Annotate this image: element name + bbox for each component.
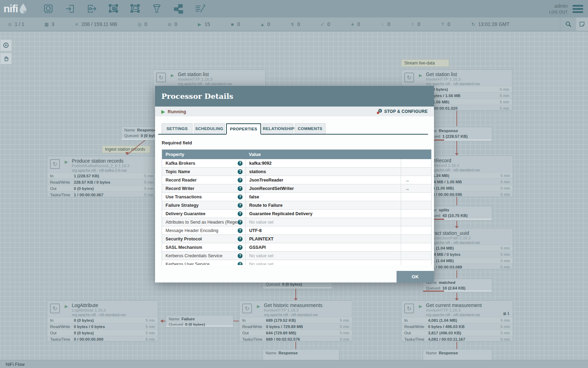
panel-icon xyxy=(579,21,585,27)
processor-nar: org.apache.nifi - nifi-standard-nar xyxy=(426,313,480,317)
navigate-palette-button[interactable] xyxy=(0,39,12,51)
help-icon[interactable]: ? xyxy=(238,178,243,183)
processor-nar: org.apache.nifi - nifi-standard-nar xyxy=(426,168,480,172)
disabled-count: 0 xyxy=(298,21,300,27)
stopped-count: 0 xyxy=(237,21,240,27)
remote-process-group-icon[interactable] xyxy=(129,3,141,15)
status-queued: ≡208 / 159.11 MB xyxy=(74,21,117,27)
remote-transmitting-count: 0 xyxy=(145,21,147,27)
processor-get-current-measurement[interactable]: ↻ ▶ Get current measurement InvokeHTTP 1… xyxy=(401,300,513,342)
queued-count: 208 / 159.11 MB xyxy=(82,21,117,27)
search-icon xyxy=(565,21,572,27)
help-icon[interactable]: ? xyxy=(238,161,243,166)
property-row[interactable]: Kafka Brokers?kafka:9092 xyxy=(162,159,431,168)
remote-transmitting-icon: ◎ xyxy=(137,22,142,27)
running-icon: ▶ xyxy=(171,73,174,78)
output-port-icon[interactable] xyxy=(86,3,98,15)
property-row[interactable]: Record Reader?JsonTreeReader→ xyxy=(162,176,431,184)
birdseye-toggle-button[interactable] xyxy=(576,18,588,31)
search-button[interactable] xyxy=(560,18,576,31)
nifi-drop-icon xyxy=(19,3,28,14)
refresh-icon[interactable]: ↻ xyxy=(470,22,476,27)
processor-get-historic-measurements[interactable]: ↻ ▶ Get historic measurements InvokeHTTP… xyxy=(239,300,352,342)
status-sync-failure: ?0 xyxy=(440,21,450,27)
help-icon[interactable]: ? xyxy=(238,237,243,241)
help-icon[interactable]: ? xyxy=(238,186,243,191)
process-group-icon[interactable] xyxy=(107,3,119,15)
operate-palette-button[interactable] xyxy=(0,53,12,64)
processor-title: Get current measurement xyxy=(426,302,482,308)
help-icon[interactable]: ? xyxy=(238,220,243,225)
nifi-logo: nifi xyxy=(4,3,28,15)
column-value: Value xyxy=(245,152,431,157)
property-row[interactable]: Kerberos Credentials Service?No value se… xyxy=(162,252,431,260)
locally-modified-count: 0 xyxy=(357,21,360,27)
status-active-threads: ⊙1 / 1 xyxy=(7,21,24,27)
processor-title: LogAttribute xyxy=(72,302,98,308)
logout-link[interactable]: LOG OUT xyxy=(549,10,568,14)
processor-icon[interactable] xyxy=(42,3,54,15)
processor-stat-row: Out0 (0 bytes)5 min xyxy=(47,329,158,336)
property-row[interactable]: Message Header Encoding?UTF-8 xyxy=(162,226,431,235)
processor-type-icon: ↻ xyxy=(50,304,60,313)
property-row[interactable]: Attributes to Send as Headers (Regex)?No… xyxy=(162,218,431,226)
tab-scheduling[interactable]: SCHEDULING xyxy=(194,123,225,134)
stop-configure-icon: ⚙ xyxy=(377,109,383,114)
input-port-icon[interactable] xyxy=(64,3,76,15)
help-icon[interactable]: ? xyxy=(238,203,243,208)
property-row[interactable]: Record Writer?JsonRecordSetWriter→ xyxy=(162,184,431,193)
locally-modified-icon: ∗ xyxy=(350,22,355,27)
status-disabled: ↯0 xyxy=(290,21,300,27)
processor-title: Get historic measurements xyxy=(264,302,322,308)
last-refresh: ↻ 13:01:28 GMT xyxy=(470,21,510,27)
processor-stat-row: Read/Write228.57 KB / 0 bytes5 min xyxy=(47,179,156,185)
sync-failure-count: 0 xyxy=(448,21,450,27)
property-row[interactable]: Kerberos User Service?No value set xyxy=(162,260,431,265)
tab-relationships[interactable]: RELATIONSHIPS xyxy=(262,123,293,134)
flow-status-bar: ⊙1 / 1▦3≡208 / 159.11 MB◎0⊘0▶15■0▲0↯0✓0∗… xyxy=(0,18,588,32)
property-row[interactable]: SASL Mechanism?GSSAPI xyxy=(162,243,431,252)
sync-failure-icon: ? xyxy=(440,22,446,27)
help-icon[interactable]: ? xyxy=(238,228,243,233)
tab-settings[interactable]: SETTINGS xyxy=(162,123,192,134)
help-icon[interactable]: ? xyxy=(238,195,243,199)
remote-not-transmitting-icon: ⊘ xyxy=(167,22,173,27)
processor-stat-row: Tasks/Time0 / 00:00:00.0005 min xyxy=(47,336,158,342)
help-icon[interactable]: ? xyxy=(238,262,243,265)
funnel-icon[interactable] xyxy=(151,3,163,15)
property-row[interactable]: Topic Name?stations xyxy=(162,168,431,176)
tab-comments[interactable]: COMMENTS xyxy=(295,123,326,134)
breadcrumb[interactable]: NiFi Flow xyxy=(6,362,24,367)
connection-label-failure[interactable]: NameFailure Queued0 (0 bytes) xyxy=(166,315,233,327)
processor-log-attribute[interactable]: ↻ ▶ LogAttribute LogAttribute 1.16.3 org… xyxy=(47,300,158,342)
processor-type-icon: ↻ xyxy=(156,73,166,82)
processor-type-icon: ↻ xyxy=(242,304,252,313)
property-row[interactable]: Delivery Guarantee?Guarantee Replicated … xyxy=(162,210,431,218)
status-remote-transmitting: ◎0 xyxy=(137,21,147,27)
help-icon[interactable]: ? xyxy=(238,169,243,174)
template-icon[interactable] xyxy=(173,3,184,15)
property-row[interactable]: Failure Strategy?Route to Failure xyxy=(162,201,431,210)
stop-and-configure-button[interactable]: ⚙ STOP & CONFIGURE xyxy=(377,109,428,114)
canvas-label-stream[interactable]: Stream live-data xyxy=(401,59,449,67)
up-to-date-icon: ✓ xyxy=(320,22,325,27)
help-icon[interactable]: ? xyxy=(238,211,243,216)
processor-produce-station-records[interactable]: ↻ ▶ Produce station records PublishKafka… xyxy=(47,156,157,197)
tab-properties[interactable]: PROPERTIES xyxy=(226,123,261,135)
running-icon: ▶ xyxy=(161,109,165,114)
property-row[interactable]: Security Protocol?PLAINTEXT xyxy=(162,235,431,243)
help-icon[interactable]: ? xyxy=(238,245,243,250)
processor-stat-row: Tasks/Time689 / 00:02:02.5765 min xyxy=(239,336,352,342)
processor-nar: org.apache.nifi - nifi-standard-nar xyxy=(426,82,480,86)
ok-button[interactable]: OK xyxy=(397,271,434,282)
status-invalid: ▲0 xyxy=(260,21,270,27)
property-row[interactable]: Use Transactions?false xyxy=(162,193,431,201)
label-icon[interactable] xyxy=(194,3,206,15)
goto-service-icon[interactable]: → xyxy=(405,177,410,183)
help-icon[interactable]: ? xyxy=(238,253,243,258)
stale-icon: ↑ xyxy=(380,22,385,27)
goto-service-icon[interactable]: → xyxy=(405,186,410,191)
global-menu-icon[interactable] xyxy=(573,4,583,14)
clustered-nodes-icon: ▦ xyxy=(44,22,49,27)
processor-details-dialog: Processor Details ▶ Running ⚙ STOP & CON… xyxy=(155,86,434,282)
